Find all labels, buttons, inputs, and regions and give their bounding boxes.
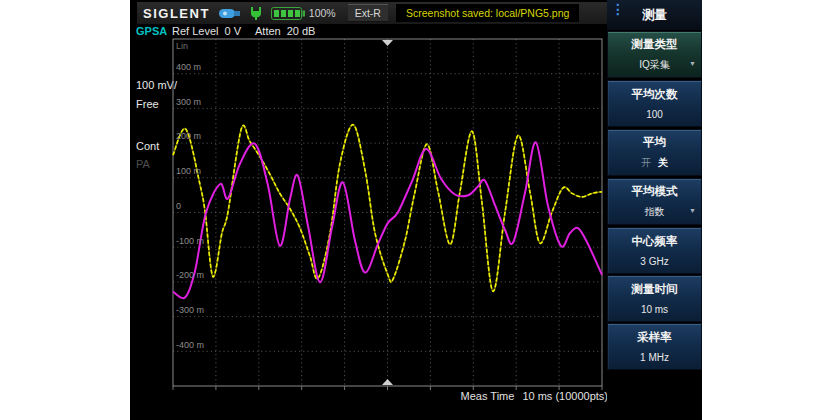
kebab-menu-icon[interactable]: ⋮ (611, 4, 621, 25)
menu-header: ⋮ 测量 (607, 0, 702, 30)
softkey-center-freq[interactable]: 中心频率 3 GHz (607, 227, 702, 274)
ref-level-value: 0 V (224, 25, 241, 37)
softkey-meas-type[interactable]: 测量类型 IQ采集 ▼ (607, 31, 702, 78)
ref-level-readout: Ref Level0 V (172, 25, 241, 39)
softkey-meas-time[interactable]: 测量时间 10 ms (607, 275, 702, 322)
screenshot-saved-message: Screenshot saved: local/PNG5.png (396, 4, 579, 22)
softkey-menu: ⋮ 测量 测量类型 IQ采集 ▼ 平均次数 100 平均 开关 平均模式 指数 … (607, 0, 702, 420)
meas-time-readout: Meas Time10 ms (10000pts) (461, 390, 608, 402)
mode-badge: GPSA (136, 25, 167, 39)
battery-percent: 100% (309, 7, 336, 19)
power-plug-icon (250, 7, 262, 20)
menu-title: 测量 (642, 7, 667, 24)
meas-time-value: 10 ms (10000pts) (522, 390, 608, 402)
y-axis-label: -100 m (176, 237, 204, 246)
y-axis-label: -400 m (176, 341, 204, 350)
sweep-mode-label: Cont (136, 140, 159, 152)
atten-value: 20 dB (287, 25, 316, 37)
chevron-down-icon: ▼ (689, 207, 696, 214)
y-axis-label: 400 m (176, 63, 201, 72)
siglent-logo: SIGLENT (143, 6, 210, 21)
screenshot-canvas: SIGLENT 100% Ext-R Screenshot sa (0, 0, 840, 420)
toggle-on-option: 开 (641, 157, 651, 168)
atten-label: Atten (255, 25, 281, 37)
usb-icon (219, 8, 241, 19)
softkey-avg-count[interactable]: 平均次数 100 (607, 80, 702, 127)
scale-type-label: Lin (176, 42, 188, 51)
softkey-average-toggle[interactable]: 平均 开关 (607, 129, 702, 176)
meas-time-label: Meas Time (461, 390, 515, 402)
y-axis-label: 300 m (176, 98, 201, 107)
softkey-sample-rate[interactable]: 采样率 1 MHz (607, 323, 702, 370)
y-axis-label: 100 m (176, 167, 201, 176)
trigger-label: Free (136, 98, 159, 110)
y-axis-label: -300 m (176, 306, 204, 315)
scale-per-div-label: 100 mV/ (136, 79, 177, 91)
y-axis-label: 0 (176, 202, 181, 211)
y-axis-label: -200 m (176, 271, 204, 280)
y-axis-label: 200 m (176, 132, 201, 141)
preamp-label: PA (136, 158, 150, 170)
ext-ref-badge: Ext-R (348, 4, 388, 22)
atten-readout: Atten20 dB (255, 25, 315, 39)
chevron-down-icon: ▼ (689, 60, 696, 67)
softkey-avg-mode[interactable]: 平均模式 指数 ▼ (607, 178, 702, 225)
toggle-off-option: 关 (658, 157, 668, 168)
ref-level-label: Ref Level (172, 25, 218, 37)
battery-icon (271, 7, 305, 20)
status-bar: SIGLENT 100% Ext-R Screenshot sa (137, 2, 607, 24)
